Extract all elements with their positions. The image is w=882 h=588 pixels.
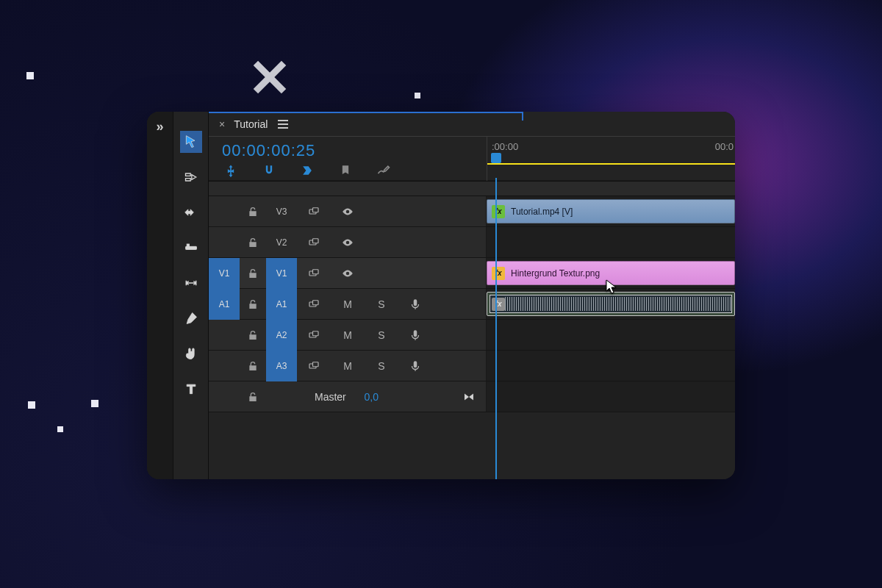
sync-lock-v1[interactable] — [297, 267, 331, 280]
track-spacer — [209, 182, 735, 196]
source-patch-a1[interactable]: A1 — [209, 289, 240, 320]
sequence-tab[interactable]: Tutorial — [234, 118, 268, 130]
timeline-panel: × Tutorial 00:00:00:25 :00:00 00:0 — [209, 112, 735, 479]
track-target-v1[interactable]: V1 — [266, 258, 297, 289]
marker-icon[interactable] — [338, 163, 353, 178]
svg-rect-15 — [313, 362, 319, 366]
source-patch-a2[interactable] — [209, 320, 240, 351]
insert-overwrite-icon[interactable] — [223, 163, 238, 178]
bg-dot — [28, 401, 35, 409]
master-volume[interactable]: 0,0 — [365, 391, 379, 403]
audio-waveform — [505, 297, 731, 311]
track-solo-a1[interactable]: S — [365, 298, 398, 310]
source-patch-v2[interactable] — [209, 227, 240, 258]
razor-icon — [184, 240, 198, 255]
ripple-edit-tool[interactable] — [180, 201, 202, 223]
track-visibility-v3[interactable] — [331, 205, 365, 218]
track-master: Master 0,0 — [209, 381, 735, 412]
track-v3: V3 fx Tutorial.mp4 [V] — [209, 196, 735, 227]
track-a1: A1 A1 M S fx — [209, 289, 735, 320]
mouse-cursor — [606, 279, 617, 294]
work-area-bar[interactable] — [487, 163, 735, 165]
track-target-a2[interactable]: A2 — [266, 320, 297, 351]
track-a3: A3 M S — [209, 351, 735, 381]
track-v1: V1 V1 fx Hintergrund Textur.png — [209, 258, 735, 289]
pen-tool[interactable] — [180, 307, 202, 329]
master-output-icon[interactable] — [452, 390, 486, 404]
close-tab-button[interactable]: × — [216, 118, 228, 130]
bg-dot — [57, 426, 63, 432]
hand-icon — [184, 346, 198, 361]
track-select-tool[interactable] — [180, 166, 202, 188]
track-target-a1[interactable]: A1 — [266, 289, 297, 320]
source-patch-a3[interactable] — [209, 351, 240, 381]
type-tool[interactable] — [180, 378, 202, 400]
pen-icon — [184, 311, 198, 326]
clip-label: Tutorial.mp4 [V] — [511, 207, 573, 217]
selection-tool[interactable] — [180, 131, 202, 153]
track-solo-a2[interactable]: S — [365, 329, 398, 341]
ruler-tick-label: 00:0 — [715, 141, 734, 152]
track-lock-a1[interactable] — [240, 298, 266, 310]
sync-lock-v3[interactable] — [297, 205, 331, 218]
track-visibility-v1[interactable] — [331, 267, 365, 280]
bg-dot — [415, 93, 420, 98]
timeline-header: 00:00:00:25 :00:00 00:0 — [209, 137, 735, 181]
track-target-v3[interactable]: V3 — [266, 196, 297, 227]
playhead-line[interactable] — [495, 178, 497, 479]
track-a2: A2 M S — [209, 320, 735, 351]
hand-tool[interactable] — [180, 343, 202, 365]
source-patch-v1[interactable]: V1 — [209, 258, 240, 289]
svg-rect-0 — [185, 246, 196, 249]
svg-rect-1 — [187, 244, 189, 246]
track-lock-v3[interactable] — [240, 206, 266, 218]
active-tab-outline — [209, 112, 522, 113]
track-lock-v1[interactable] — [240, 268, 266, 279]
slip-icon — [184, 276, 198, 290]
track-target-v2[interactable]: V2 — [266, 227, 297, 258]
track-mute-a1[interactable]: M — [331, 298, 365, 310]
sync-lock-a3[interactable] — [297, 359, 331, 373]
voice-record-a1[interactable] — [398, 298, 432, 311]
panel-tabbar: × Tutorial — [209, 112, 735, 137]
linked-selection-icon[interactable] — [300, 163, 315, 178]
svg-rect-9 — [313, 300, 319, 304]
clip-v3[interactable]: fx Tutorial.mp4 [V] — [487, 199, 735, 223]
playhead-handle[interactable] — [491, 153, 501, 163]
ruler-tick-label: :00:00 — [492, 141, 518, 152]
track-lock-v2[interactable] — [240, 237, 266, 248]
panel-collapse-strip[interactable]: » — [147, 112, 173, 479]
voice-record-a3[interactable] — [398, 359, 432, 373]
svg-rect-12 — [313, 331, 319, 335]
track-visibility-v2[interactable] — [331, 236, 365, 249]
voice-record-a2[interactable] — [398, 329, 432, 342]
snap-icon[interactable] — [262, 163, 276, 178]
sync-lock-v2[interactable] — [297, 236, 331, 249]
sync-lock-a2[interactable] — [297, 329, 331, 342]
track-target-a3[interactable]: A3 — [266, 351, 297, 381]
panel-menu-icon[interactable] — [278, 120, 288, 129]
track-mute-a3[interactable]: M — [331, 360, 365, 372]
bg-dot — [26, 72, 34, 79]
track-lock-a3[interactable] — [240, 360, 266, 372]
clip-a1[interactable]: fx — [487, 292, 735, 316]
fx-badge-icon: fx — [492, 298, 505, 311]
svg-rect-16 — [414, 361, 417, 368]
track-lock-a2[interactable] — [240, 329, 266, 341]
svg-rect-7 — [313, 269, 319, 273]
bg-dot — [91, 400, 98, 407]
sync-lock-a1[interactable] — [297, 298, 331, 311]
current-timecode[interactable]: 00:00:00:25 — [222, 141, 315, 160]
fx-badge-icon: fx — [492, 205, 505, 218]
svg-rect-3 — [313, 207, 319, 212]
slip-tool[interactable] — [180, 272, 202, 294]
svg-rect-5 — [313, 238, 319, 243]
settings-icon[interactable] — [376, 163, 391, 178]
svg-rect-10 — [414, 299, 417, 306]
track-mute-a2[interactable]: M — [331, 329, 365, 341]
track-lock-master[interactable] — [240, 391, 266, 403]
razor-tool[interactable] — [180, 237, 202, 259]
track-solo-a3[interactable]: S — [365, 360, 398, 372]
source-patch-v3[interactable] — [209, 196, 240, 227]
time-ruler[interactable]: :00:00 00:0 — [487, 137, 735, 181]
